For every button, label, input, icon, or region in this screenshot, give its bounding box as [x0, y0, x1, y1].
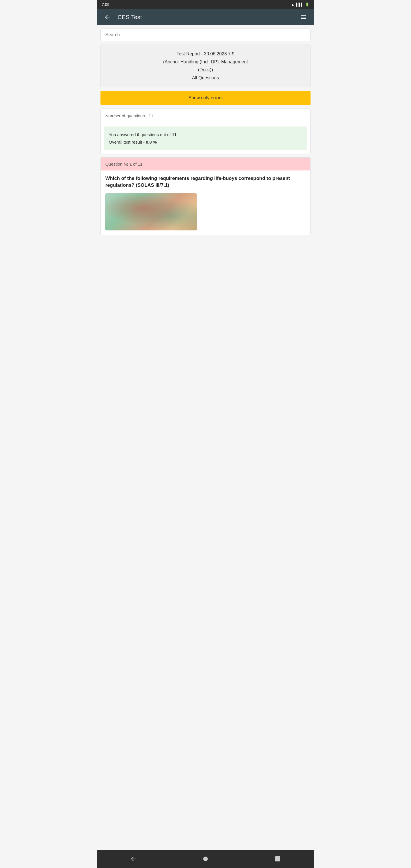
- page-title: CES Test: [118, 14, 293, 21]
- signal-icon: ▌▌▌: [296, 3, 304, 6]
- report-card: Test Report - 30.06.2023 7:9 (Anchor Han…: [100, 44, 311, 87]
- show-errors-button[interactable]: Show only errors: [100, 91, 311, 105]
- svg-rect-1: [275, 856, 280, 862]
- search-input[interactable]: [105, 32, 306, 37]
- back-button[interactable]: [102, 11, 113, 23]
- question-image: [105, 193, 197, 230]
- result-box: You answered 0 questions out of 11. Over…: [104, 126, 307, 150]
- result-line1: You answered 0 questions out of 11.: [109, 131, 302, 138]
- question-body: Which of the following requirements rega…: [101, 170, 310, 235]
- answered-count: 0: [137, 132, 139, 137]
- questions-header: Number of questions - 11: [101, 109, 310, 123]
- question-text: Which of the following requirements rega…: [105, 175, 306, 189]
- search-container: [100, 29, 311, 41]
- menu-button[interactable]: [298, 11, 309, 23]
- wifi-icon: ▲: [291, 3, 294, 6]
- status-bar: 7:09 ▲ ▌▌▌ 🔋: [97, 0, 314, 9]
- question-header: Question № 1 of 11: [101, 158, 310, 170]
- nav-home-button[interactable]: [195, 853, 216, 865]
- total-count: 11: [172, 132, 177, 137]
- status-icons: ▲ ▌▌▌ 🔋: [291, 3, 309, 6]
- report-line2: (Anchor Handling (Incl. DP). Management: [105, 59, 306, 65]
- nav-recents-button[interactable]: [267, 853, 288, 865]
- questions-card: Number of questions - 11 You answered 0 …: [100, 108, 311, 154]
- report-line4: All Questions: [105, 74, 306, 82]
- app-bar: CES Test: [97, 9, 314, 25]
- battery-icon: 🔋: [305, 3, 309, 6]
- svg-point-0: [203, 857, 208, 861]
- time-display: 7:09: [102, 2, 109, 7]
- test-result: 0.0 %: [146, 140, 157, 145]
- report-line3: (Deck)): [105, 66, 306, 73]
- bottom-navigation: [97, 850, 314, 868]
- report-line1: Test Report - 30.06.2023 7:9: [105, 51, 306, 57]
- main-content: Test Report - 30.06.2023 7:9 (Anchor Han…: [97, 25, 314, 259]
- result-line2: Overall test result - 0.0 %: [109, 138, 302, 146]
- question-card: Question № 1 of 11 Which of the followin…: [100, 157, 311, 235]
- nav-back-button[interactable]: [123, 853, 144, 865]
